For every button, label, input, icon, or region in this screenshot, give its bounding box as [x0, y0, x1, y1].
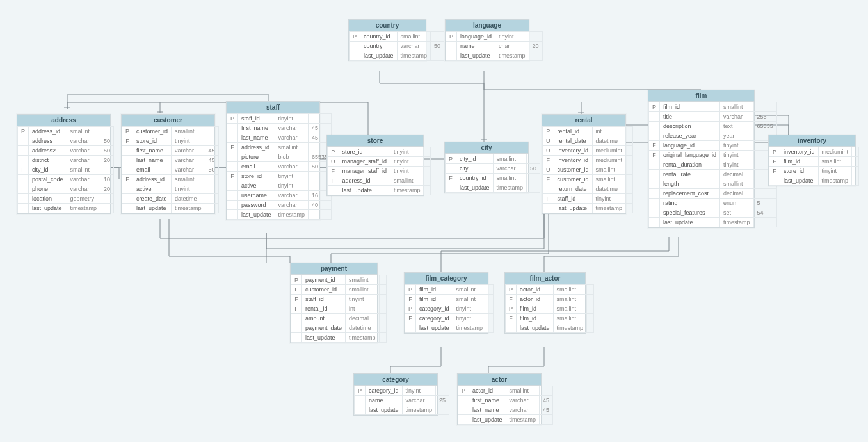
col-name: username — [238, 191, 275, 201]
col-type: tinyint — [818, 167, 852, 176]
col-length: 50 — [100, 136, 114, 146]
col-type: smallint — [720, 179, 754, 189]
entity-inventory[interactable]: inventoryPinventory_idmediumintFfilm_ids… — [768, 135, 856, 186]
entity-customer[interactable]: customerPcustomer_idsmallintFstore_idtin… — [121, 114, 215, 214]
table-row: Pactor_idsmallint — [506, 285, 594, 295]
col-type: timestamp — [275, 210, 309, 220]
col-length — [486, 285, 494, 295]
col-type: varchar — [397, 42, 431, 51]
table-row: Frental_idint — [291, 304, 387, 314]
col-type: tinyint — [402, 386, 436, 396]
col-length — [587, 304, 594, 314]
entity-actor[interactable]: actorPactor_idsmallintfirst_namevarchar4… — [457, 373, 542, 425]
col-flag — [506, 323, 517, 333]
col-type: smallint — [592, 175, 626, 184]
col-name: first_name — [469, 396, 506, 405]
table-row: last_updatetimestamp — [328, 186, 431, 195]
entity-country[interactable]: countryPcountry_idsmallintcountryvarchar… — [348, 19, 426, 61]
col-flag — [122, 184, 133, 194]
col-name: title — [660, 112, 720, 122]
table-row: titlevarchar255 — [649, 112, 777, 122]
col-name: last_update — [456, 183, 494, 193]
entity-store[interactable]: storePstore_idtinyintUmanager_staff_idti… — [326, 135, 424, 196]
table-row: ratingenum5 — [649, 199, 777, 208]
table-row: Foriginal_language_idtinyint — [649, 151, 777, 160]
col-length: 45 — [205, 156, 218, 165]
col-flag: U — [543, 146, 554, 156]
col-length: 40 — [309, 201, 332, 210]
entity-language[interactable]: languagePlanguage_idtinyintnamechar20las… — [445, 19, 529, 61]
col-name: last_update — [469, 415, 506, 425]
col-length — [205, 204, 218, 213]
col-type: tinyint — [720, 151, 754, 160]
col-length — [205, 136, 218, 146]
col-flag — [350, 42, 360, 51]
col-flag: F — [122, 136, 133, 146]
table-row: first_namevarchar45 — [458, 396, 553, 405]
col-flag: F — [405, 295, 416, 304]
col-name: last_update — [133, 204, 172, 213]
col-length — [852, 147, 859, 157]
col-flag: U — [543, 136, 554, 146]
col-type: varchar — [275, 133, 309, 143]
entity-title: store — [327, 135, 423, 147]
col-type: timestamp — [67, 204, 100, 213]
table-row: last_updatetimestamp — [350, 51, 444, 61]
col-length — [309, 210, 332, 220]
table-row: Pcategory_idtinyint — [405, 304, 494, 314]
col-flag: F — [649, 141, 660, 151]
col-length — [529, 51, 542, 61]
col-name: store_id — [780, 167, 819, 176]
col-length — [626, 165, 633, 175]
col-type: tinyint — [720, 141, 754, 151]
col-length: 25 — [436, 396, 449, 405]
col-flag: P — [446, 32, 457, 42]
col-name: inventory_id — [554, 146, 592, 156]
entity-film_category[interactable]: film_categoryPfilm_idsmallintFfilm_idsma… — [404, 272, 488, 334]
col-flag — [227, 201, 238, 210]
col-flag — [543, 204, 554, 213]
entity-payment[interactable]: paymentPpayment_idsmallintFcustomer_idsm… — [290, 263, 378, 343]
entity-columns: Pcategory_idtinyintnamevarchar25last_upd… — [354, 386, 449, 415]
entity-title: film_category — [405, 273, 488, 284]
col-name: customer_id — [133, 127, 172, 136]
col-name: last_name — [238, 133, 275, 143]
col-name: last_update — [238, 210, 275, 220]
entity-film_actor[interactable]: film_actorPactor_idsmallintFactor_idsmal… — [504, 272, 586, 334]
table-row: Ffilm_idsmallint — [769, 157, 859, 167]
col-name: store_id — [133, 136, 172, 146]
table-row: last_updatetimestamp — [506, 323, 594, 333]
col-length — [436, 386, 449, 396]
col-name: category_id — [416, 304, 453, 314]
entity-city[interactable]: cityPcity_idsmallintcityvarchar50Fcountr… — [444, 142, 529, 193]
entity-staff[interactable]: staffPstaff_idtinyintfirst_namevarchar45… — [226, 101, 320, 220]
col-name: inventory_id — [554, 156, 592, 165]
col-type: timestamp — [390, 186, 424, 195]
entity-category[interactable]: categoryPcategory_idtinyintnamevarchar25… — [353, 373, 438, 416]
entity-film[interactable]: filmPfilm_idsmallinttitlevarchar255descr… — [648, 90, 755, 228]
col-length — [309, 114, 332, 124]
col-type: smallint — [346, 275, 380, 285]
entity-address[interactable]: addressPaddress_idsmallintaddressvarchar… — [17, 114, 111, 214]
col-name: store_id — [238, 172, 275, 181]
col-name: last_update — [29, 204, 67, 213]
col-type: varchar — [67, 136, 100, 146]
entity-rental[interactable]: rentalPrental_idintUrental_datedatetimeU… — [542, 114, 626, 214]
table-row: last_updatetimestamp — [227, 210, 332, 220]
col-type: tinyint — [172, 184, 205, 194]
col-type: varchar — [402, 396, 436, 405]
table-row: Prental_idint — [543, 127, 633, 136]
col-length: 255 — [753, 112, 776, 122]
col-name: rental_duration — [660, 160, 720, 170]
col-flag — [122, 194, 133, 204]
table-row: last_updatetimestamp — [769, 176, 859, 186]
table-row: rental_ratedecimal — [649, 170, 777, 179]
col-type: smallint — [453, 285, 486, 295]
col-length — [431, 51, 444, 61]
col-flag — [649, 112, 660, 122]
col-type: tinyint — [390, 157, 424, 167]
col-length — [486, 323, 494, 333]
table-row: Pcountry_idsmallint — [350, 32, 444, 42]
col-name: film_id — [517, 314, 554, 323]
table-row: last_updatetimestamp — [122, 204, 219, 213]
